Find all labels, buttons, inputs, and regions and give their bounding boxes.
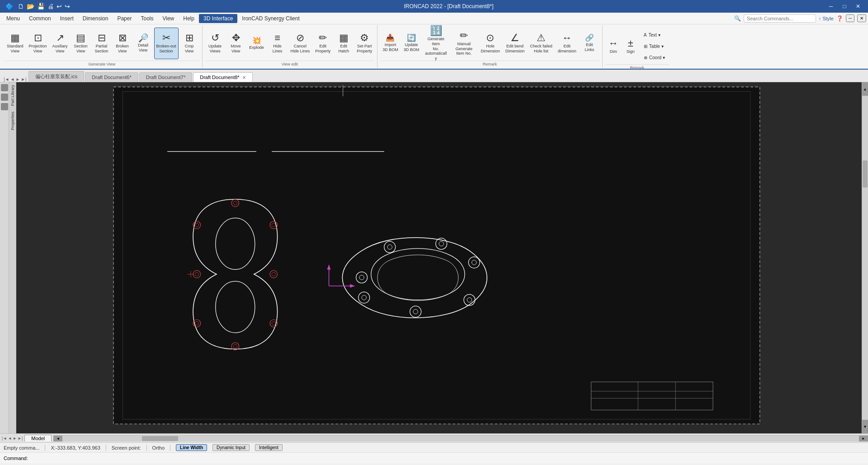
menu-menu[interactable]: Menu <box>2 14 24 23</box>
crop-view-btn[interactable]: ⊞ CropView <box>179 28 199 59</box>
command-input[interactable] <box>31 456 864 461</box>
edit-hatch-btn[interactable]: ▦ EditHatch <box>334 28 354 59</box>
update-views-btn[interactable]: ↺ UpdateViews <box>205 28 225 59</box>
broken-out-section-btn[interactable]: ✂ Broken-outSection <box>154 28 179 59</box>
auxiliary-view-btn[interactable]: ↗ AuxiliaryView <box>50 28 70 59</box>
model-tab[interactable]: Model <box>24 435 52 442</box>
minimize-btn[interactable]: ─ <box>825 1 837 11</box>
open-btn[interactable]: 📂 <box>26 2 35 11</box>
section-view-btn[interactable]: ▤ SectionView <box>71 28 91 59</box>
hide-lines-btn[interactable]: ≡ HideLines <box>268 28 288 59</box>
scrollbar-thumb[interactable] <box>863 160 868 188</box>
menu-dimension[interactable]: Dimension <box>78 14 113 23</box>
edit-dimension-btn[interactable]: ↔ Editdimension <box>556 28 579 59</box>
menu-insert[interactable]: Insert <box>56 14 78 23</box>
edit-links-btn[interactable]: 🔗 EditLinks <box>580 28 599 59</box>
remark-label: Remark <box>380 61 599 67</box>
edit-property-btn[interactable]: ✏ EditProperty <box>313 28 333 59</box>
h-scroll-right[interactable]: ► <box>859 436 868 442</box>
tab-draft7[interactable]: Draft Document7* <box>139 72 192 82</box>
quick-access-toolbar: 🔷 🗋 📂 💾 🖨 ↩ ↪ <box>4 2 73 11</box>
menu-3d-interface[interactable]: 3D Interface <box>199 14 237 23</box>
edit-bend-dimension-btn[interactable]: ∠ Edit bendDimension <box>503 28 527 59</box>
bottom-tab-last[interactable]: ►| <box>18 436 23 441</box>
partial-section-btn[interactable]: ⊟ PartialSection <box>92 28 112 59</box>
menu-tools[interactable]: Tools <box>136 14 158 23</box>
sidebar-icon-3[interactable] <box>1 103 8 110</box>
h-scroll-left[interactable]: ◄ <box>53 436 62 442</box>
sign-btn[interactable]: ± Sign <box>623 30 639 62</box>
remark-buttons: 📥 Import3D BOM 🔄 Update3D BOM 🔢 Generate… <box>380 26 599 61</box>
scrollbar-down-btn[interactable]: ▼ <box>862 420 868 433</box>
redo-btn[interactable]: ↪ <box>64 2 71 11</box>
tab-scroll-next[interactable]: ► <box>15 77 20 82</box>
dynamic-input-btn[interactable]: Dynamic Input <box>212 444 250 451</box>
menu-help[interactable]: Help <box>179 14 199 23</box>
generate-item-btn[interactable]: 🔢 Generate ItemNo. automatically <box>422 28 449 59</box>
menu-view[interactable]: View <box>158 14 179 23</box>
horizontal-scrollbar[interactable]: ◄ ► <box>53 435 868 442</box>
screen-point-label: Screen point: <box>112 445 141 451</box>
cancel-hide-lines-btn[interactable]: ⊘ CancelHide Lines <box>288 28 312 59</box>
help-icon[interactable]: ❓ <box>836 15 843 22</box>
line-width-btn[interactable]: Line Width <box>176 444 207 451</box>
dim-btn[interactable]: ↔ Dim <box>605 30 622 62</box>
bottom-tab-next[interactable]: ► <box>13 436 17 441</box>
tab-draft8-close[interactable]: ✕ <box>242 75 246 80</box>
table-dropdown-btn[interactable]: ⊞ Table ▾ <box>641 41 668 51</box>
menu-ironcad-synergy[interactable]: IronCAD Synergy Client <box>237 14 304 23</box>
broken-view-btn[interactable]: ⊠ BrokenView <box>113 28 132 59</box>
tab-scroll-last[interactable]: ►| <box>21 77 27 82</box>
bottom-tab-prev[interactable]: ◄ <box>8 436 12 441</box>
manual-generate-btn[interactable]: ✏ Manual GenerateItem No. <box>450 28 477 59</box>
tab-scroll-prev[interactable]: ◄ <box>10 77 15 82</box>
bottom-tab-first[interactable]: |◄ <box>2 436 7 441</box>
crop-view-icon: ⊞ <box>185 33 193 43</box>
title-bar: 🔷 🗋 📂 💾 🖨 ↩ ↪ IRONCAD 2022 - [Draft Docu… <box>0 0 868 13</box>
coords-text: X:-333.683, Y:403.963 <box>51 445 100 451</box>
print-btn[interactable]: 🖨 <box>47 2 55 11</box>
tab-ics-label: 偏心柱塞泵装配.ics <box>35 73 78 80</box>
set-part-property-btn[interactable]: ⚙ Set PartProperty <box>354 28 374 59</box>
text-dropdown-btn[interactable]: A Text ▾ <box>641 30 668 40</box>
detail-view-btn[interactable]: 🔎 DetailView <box>133 28 153 59</box>
tab-draft8[interactable]: Draft Document8* ✕ <box>193 72 252 82</box>
undo-btn[interactable]: ↩ <box>56 2 63 11</box>
search-commands-input[interactable] <box>744 14 816 23</box>
save-btn[interactable]: 💾 <box>36 2 46 11</box>
standard-view-btn[interactable]: ▦ StandardView <box>5 28 26 59</box>
explode-btn[interactable]: 💥 Explode <box>247 28 267 59</box>
vertical-scrollbar[interactable]: ▲ ▼ <box>862 82 868 433</box>
sidebar-icon-2[interactable] <box>1 94 8 101</box>
tab-draft7-label: Draft Document7* <box>146 75 185 80</box>
tab-scroll-first[interactable]: |◄ <box>4 77 9 82</box>
sidebar-icon-1[interactable] <box>1 84 8 91</box>
ribbon-close-btn[interactable]: ✕ <box>857 14 866 22</box>
drawing-area[interactable] <box>16 82 862 433</box>
coord-dropdown-btn[interactable]: ⊕ Coord ▾ <box>641 52 668 62</box>
projection-view-btn[interactable]: ⊡ ProjectionView <box>27 28 49 59</box>
import-3d-bom-icon: 📥 <box>386 34 395 42</box>
broken-view-label: BrokenView <box>116 44 129 54</box>
left-sidebar <box>0 82 9 433</box>
import-3d-bom-btn[interactable]: 📥 Import3D BOM <box>380 28 401 59</box>
close-btn[interactable]: ✕ <box>852 1 864 11</box>
h-scrollbar-thumb[interactable] <box>142 436 178 441</box>
tabs-bar: |◄ ◄ ► ►| 偏心柱塞泵装配.ics Draft Document6* D… <box>0 70 868 82</box>
move-view-btn[interactable]: ✥ MoveView <box>226 28 246 59</box>
maximize-btn[interactable]: □ <box>838 1 851 11</box>
check-failed-btn[interactable]: ⚠ Check failedHole list <box>528 28 555 59</box>
intelligent-btn[interactable]: Intelligent <box>255 444 283 451</box>
menu-paper[interactable]: Paper <box>113 14 136 23</box>
tab-ics[interactable]: 偏心柱塞泵装配.ics <box>28 71 85 82</box>
style-button[interactable]: ↑ Style <box>819 16 834 21</box>
ribbon-minimize-btn[interactable]: ─ <box>846 14 854 22</box>
scrollbar-up-btn[interactable]: ▲ <box>862 82 868 96</box>
dimension-group-label: Remark <box>605 64 669 70</box>
menu-common[interactable]: Common <box>24 14 56 23</box>
table-icon: ⊞ <box>644 44 647 49</box>
tab-draft6[interactable]: Draft Document6* <box>85 72 138 82</box>
update-3d-bom-btn[interactable]: 🔄 Update3D BOM <box>401 28 422 59</box>
new-btn[interactable]: 🗋 <box>17 2 25 11</box>
hole-dimension-btn[interactable]: ⊙ HoleDimension <box>478 28 502 59</box>
